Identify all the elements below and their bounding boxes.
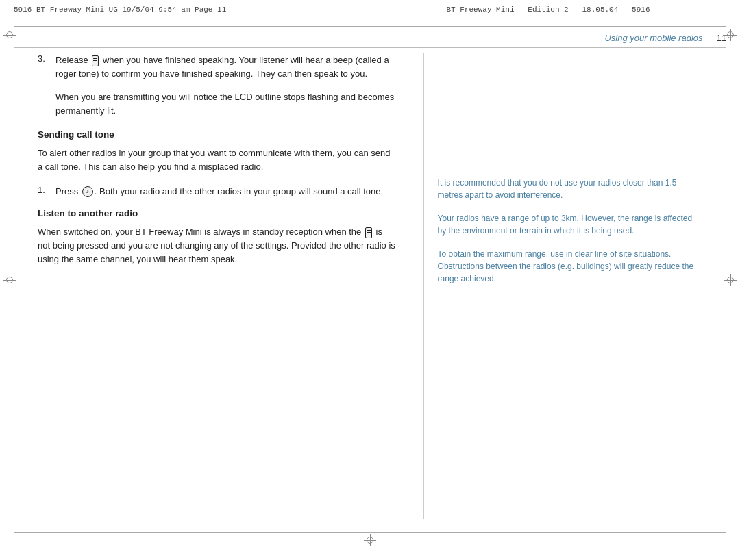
crossmark-top-left bbox=[3, 29, 16, 41]
sidebar-note-3: To obtain the maximum range, use in clea… bbox=[438, 248, 702, 285]
listen-text-part1: When switched on, your BT Freeway Mini i… bbox=[38, 227, 364, 237]
sending-item-1-number: 1. bbox=[38, 185, 50, 199]
item-3-followup: When you are transmitting you will notic… bbox=[38, 90, 396, 118]
listen-to-radio-text: When switched on, your BT Freeway Mini i… bbox=[38, 225, 396, 266]
sending-item-1-text-before: Press bbox=[56, 186, 81, 196]
top-rule bbox=[14, 26, 726, 27]
item-3-text-after-icon: when you have finished speaking. Your li… bbox=[56, 55, 389, 79]
main-content: 3. Release when you have finished speaki… bbox=[38, 53, 702, 519]
print-bar-left: 5916 BT Freeway Mini UG 19/5/04 9:54 am … bbox=[14, 5, 370, 14]
sending-call-tone-intro: To alert other radios in your group that… bbox=[38, 147, 396, 174]
sending-item-1: 1. Press . Both your radio and the other… bbox=[38, 185, 396, 199]
item-3-number: 3. bbox=[38, 53, 50, 81]
sidebar-note-2: Your radios have a range of up to 3km. H… bbox=[438, 212, 702, 237]
left-column: 3. Release when you have finished speaki… bbox=[38, 53, 423, 519]
page-header: Using your mobile radios 11 bbox=[14, 33, 726, 48]
sending-item-1-text-after: . Both your radio and the other radios i… bbox=[95, 186, 383, 196]
item-3-content: Release when you have finished speaking.… bbox=[56, 53, 396, 81]
print-bar: 5916 BT Freeway Mini UG 19/5/04 9:54 am … bbox=[0, 5, 740, 14]
sidebar-note-1: It is recommended that you do not use yo… bbox=[438, 177, 702, 201]
page-container: 5916 BT Freeway Mini UG 19/5/04 9:54 am … bbox=[0, 0, 740, 560]
ptt-icon-listen bbox=[365, 227, 372, 238]
item-3-followup-text: When you are transmitting you will notic… bbox=[56, 92, 394, 116]
sending-call-tone-heading: Sending call tone bbox=[38, 129, 396, 140]
call-button-icon bbox=[82, 186, 93, 197]
section-title: Using your mobile radios bbox=[604, 33, 702, 43]
crossmark-mid-left bbox=[3, 274, 16, 286]
item-3-text-before-icon: Release bbox=[56, 55, 90, 65]
crossmark-mid-right bbox=[724, 274, 737, 286]
ptt-button-icon bbox=[92, 55, 99, 66]
crossmark-bottom-center bbox=[364, 534, 376, 546]
listen-to-radio-heading: Listen to another radio bbox=[38, 208, 396, 218]
item-3: 3. Release when you have finished speaki… bbox=[38, 53, 396, 81]
right-column: It is recommended that you do not use yo… bbox=[423, 53, 702, 519]
bottom-rule bbox=[14, 532, 726, 533]
sending-item-1-content: Press . Both your radio and the other ra… bbox=[56, 185, 383, 199]
crossmark-top-right bbox=[724, 29, 737, 41]
print-bar-center: BT Freeway Mini – Edition 2 – 18.05.04 –… bbox=[370, 5, 726, 14]
